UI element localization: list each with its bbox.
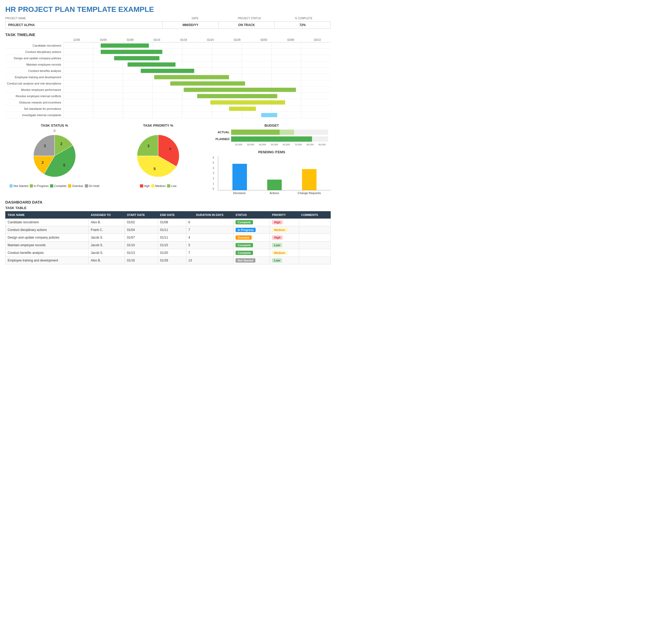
gantt-bar [101,50,162,54]
project-name: PROJECT ALPHA [5,22,163,28]
dashboard-section: DASHBOARD DATA TASK TABLE TASK NAMEASSIG… [5,200,331,264]
gantt-bar [101,44,149,48]
svg-text:3: 3 [44,144,46,148]
table-cell: Employee training and development [5,257,89,264]
status-cell: In Progress [233,226,270,234]
pending-bar-group [267,180,282,190]
table-cell: 6 [186,219,233,226]
proj-name-label: PROJECT NAME [5,17,26,20]
table-cell: 01/20 [158,249,186,257]
svg-text:2: 2 [42,160,44,165]
gantt-bar [170,81,245,85]
proj-status-label: PROJECT STATUS [238,17,261,20]
priority-cell: Low [270,257,299,264]
status-badge: Not Started [236,258,255,262]
gantt-row: Conduct job analysis and role descriptio… [5,80,331,86]
budget-row: ACTUAL [215,130,328,135]
table-header: END DATE [158,211,186,219]
svg-text:0: 0 [53,130,55,133]
gantt-container: 12/3001/0401/0901/1401/1901/2401/2902/03… [5,39,331,118]
table-row: Conduct disciplinary actionsFrank C.01/0… [5,226,331,234]
svg-text:2: 2 [61,142,63,146]
task-status-pie-wrapper: 25230 Not StartedIn ProgressCompleteOver… [5,130,103,187]
table-cell: 01/15 [158,242,186,249]
pending-y-axis: 6543210 [213,156,214,191]
table-cell: Frank C. [89,226,125,234]
pending-bar-group [302,169,316,190]
pending-bar [267,180,282,190]
table-header: ASSIGNED TO [89,211,125,219]
table-cell: Jacob S. [89,249,125,257]
task-status-chart: TASK STATUS % 25230 Not StartedIn Progre… [5,124,103,187]
table-cell: 01/16 [125,257,158,264]
gantt-bar [154,75,229,79]
proj-complete-label: % COMPLETE [295,17,313,20]
priority-cell: Medium [270,226,299,234]
gantt-row: Disburse rewards and incentives [5,99,331,106]
priority-badge: High [272,235,283,239]
priority-cell: High [270,234,299,242]
gantt-bar [261,113,277,117]
legend-item: In Progress [30,184,48,187]
svg-text:5: 5 [154,167,156,171]
table-cell: 01/29 [158,257,186,264]
project-status: ON TRACK [219,22,275,28]
legend-item: Not Started [9,184,28,187]
legend-item: Overdue [68,184,83,187]
budget-title: BUDGET [213,124,331,127]
priority-badge: High [272,220,283,224]
gantt-row: Employee training and development [5,74,331,80]
task-table: TASK NAMEASSIGNED TOSTART DATEEND DATEDU… [5,211,331,264]
comment-cell [299,226,331,234]
project-date: MM/DD/YY [163,22,219,28]
gantt-bar [127,62,176,67]
table-cell: 01/08 [158,219,186,226]
task-priority-legend: HighMediumLow [140,184,176,187]
table-cell: Conduct disciplinary actions [5,226,89,234]
gantt-row: Maintain employee records [5,61,331,68]
table-header: PRIORITY [270,211,299,219]
gantt-row: Set standards for promotions [5,106,331,112]
table-cell: 7 [186,226,233,234]
status-badge: Complete [236,243,253,247]
priority-cell: Medium [270,249,299,257]
budget-row: PLANNED [215,136,328,142]
dashboard-title: DASHBOARD DATA [5,200,331,204]
priority-badge: Low [272,243,282,247]
status-cell: Complete [233,219,270,226]
table-cell: Jacob S. [89,234,125,242]
table-title: TASK TABLE [5,206,331,210]
svg-text:4: 4 [169,147,171,151]
table-cell: 01/11 [158,234,186,242]
task-priority-pie-wrapper: 453 HighMediumLow [109,130,207,187]
table-cell: 01/13 [125,249,158,257]
task-priority-chart: TASK PRIORITY % 453 HighMediumLow [109,124,207,187]
table-cell: Alex B. [89,257,125,264]
table-cell: 01/02 [125,219,158,226]
table-header: START DATE [125,211,158,219]
table-header: TASK NAME [5,211,89,219]
table-cell: 5 [186,242,233,249]
legend-item: High [140,184,150,187]
gantt-row: Conduct disciplinary actions [5,49,331,55]
proj-date-label: DATE [192,17,198,20]
table-row: Candidate recruitmentAlex B.01/0201/086C… [5,219,331,226]
pending-bars-area [218,156,331,191]
table-header: COMMENTS [299,211,331,219]
status-badge: Overdue [236,235,252,239]
task-status-legend: Not StartedIn ProgressCompleteOverdueOn … [9,184,99,187]
pending-bar-group [233,164,247,190]
gantt-row: Resolve employee internal conflicts [5,93,331,99]
project-complete: 72% [274,22,331,28]
task-status-title: TASK STATUS % [5,124,103,127]
status-cell: Complete [233,249,270,257]
comment-cell [299,242,331,249]
table-cell: 01/07 [125,234,158,242]
legend-item: Low [167,184,176,187]
charts-row: TASK STATUS % 25230 Not StartedIn Progre… [5,124,331,195]
comment-cell [299,219,331,226]
table-cell: Jacob S. [89,242,125,249]
page-title: HR PROJECT PLAN TEMPLATE EXAMPLE [5,5,331,14]
gantt-row: Investigate internal complaints [5,112,331,118]
priority-cell: Low [270,242,299,249]
